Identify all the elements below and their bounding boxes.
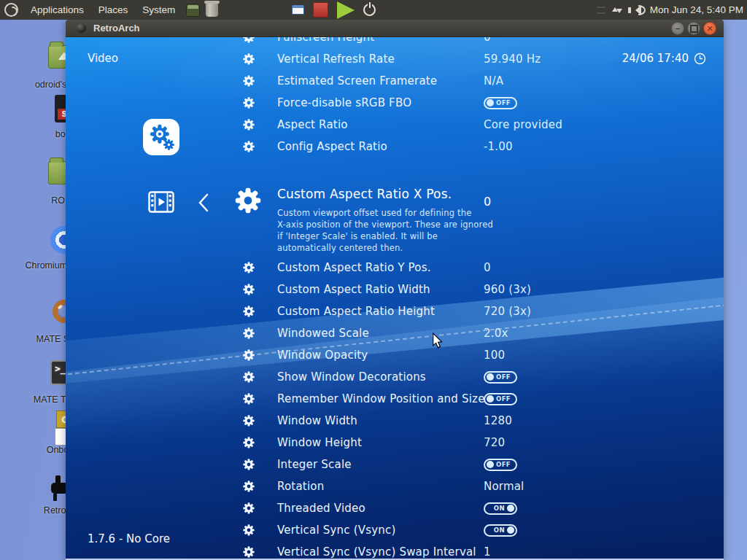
setting-label: Remember Window Position and Size xyxy=(277,392,485,405)
window-menu-icon[interactable] xyxy=(77,23,86,33)
setting-value: 0 xyxy=(484,37,491,44)
toggle-state-label: OFF xyxy=(496,100,511,106)
settings-row[interactable]: Rotation Normal xyxy=(66,475,724,497)
record-button-icon[interactable] xyxy=(313,2,328,18)
setting-label: Window Opacity xyxy=(277,349,368,362)
window-title: RetroArch xyxy=(93,23,140,34)
settings-list-bottom: Custom Aspect Ratio Y Pos. 0 Custom Aspe… xyxy=(66,257,724,559)
gear-icon xyxy=(243,119,255,131)
selected-setting-row[interactable]: Custom Aspect Ratio X Pos. 0 Custom view… xyxy=(66,183,724,263)
power-icon[interactable] xyxy=(363,4,376,16)
settings-row[interactable]: Window Width 1280 xyxy=(66,410,724,432)
setting-value: 1280 xyxy=(484,414,512,427)
settings-row[interactable]: Fullscreen Height 0 xyxy=(66,37,724,48)
setting-value: 960 (3x) xyxy=(484,283,531,296)
toggle-switch[interactable]: OFF xyxy=(484,393,517,405)
panel-clock[interactable]: Mon Jun 24, 5:40 PM xyxy=(650,4,743,15)
gear-icon xyxy=(243,481,255,492)
settings-row[interactable]: Window Height 720 xyxy=(66,432,724,454)
toggle-state-label: OFF xyxy=(496,374,511,381)
settings-row[interactable]: Show Window Decorations OFF xyxy=(66,366,724,388)
settings-row[interactable]: Custom Aspect Ratio Width 960 (3x) xyxy=(66,279,724,300)
toggle-knob xyxy=(507,505,514,512)
selected-setting-description: Custom viewport offset used for defining… xyxy=(277,207,493,254)
settings-row[interactable]: Threaded Video ON xyxy=(66,497,724,519)
settings-row[interactable]: Custom Aspect Ratio Y Pos. 0 xyxy=(66,257,724,279)
mouse-cursor xyxy=(432,332,443,349)
setting-label: Custom Aspect Ratio Width xyxy=(277,283,430,296)
toggle-state-label: OFF xyxy=(496,462,511,468)
play-button-icon[interactable] xyxy=(337,1,355,19)
gear-icon xyxy=(243,284,255,295)
gear-icon xyxy=(243,53,255,65)
retroarch-window: RetroArch – ✕ Video 24/06 17:40 xyxy=(66,20,724,560)
settings-row[interactable]: Window Opacity 100 xyxy=(66,344,724,366)
menu-places[interactable]: Places xyxy=(92,2,135,18)
settings-row[interactable]: Estimated Screen Framerate N/A xyxy=(66,70,724,92)
toggle-switch[interactable]: OFF xyxy=(484,97,517,109)
toggle-switch[interactable]: OFF xyxy=(484,459,517,471)
settings-row[interactable]: Integer Scale OFF xyxy=(66,454,724,475)
settings-row[interactable]: Vertical Refresh Rate 59.940 Hz xyxy=(66,48,724,70)
volume-icon[interactable] xyxy=(628,4,643,16)
setting-label: Window Width xyxy=(277,414,357,427)
toggle-state-label: OFF xyxy=(496,396,511,402)
gear-icon xyxy=(243,349,255,361)
gear-icon xyxy=(243,141,255,152)
version-label: 1.7.6 - No Core xyxy=(88,532,170,545)
retroarch-menu: Video 24/06 17:40 xyxy=(66,37,724,559)
setting-value: -1.00 xyxy=(484,140,513,153)
settings-row[interactable]: Config Aspect Ratio -1.00 xyxy=(66,136,724,158)
settings-row[interactable]: Windowed Scale 2.0x xyxy=(66,322,724,344)
terminal-launcher-icon[interactable] xyxy=(186,4,200,17)
mate-menu-logo-icon[interactable] xyxy=(4,3,18,17)
setting-label: Vertical Sync (Vsync) Swap Interval xyxy=(277,545,476,559)
maximize-button[interactable] xyxy=(687,22,700,35)
minimize-button[interactable]: – xyxy=(671,22,684,35)
window-list-icon[interactable] xyxy=(292,5,304,15)
setting-value: 720 (3x) xyxy=(484,305,531,318)
gear-icon xyxy=(243,437,255,448)
toggle-state-label: ON xyxy=(494,505,505,512)
network-icon[interactable] xyxy=(611,4,623,16)
titlebar[interactable]: RetroArch – ✕ xyxy=(66,20,724,37)
toggle-switch[interactable]: ON xyxy=(484,502,517,515)
toggle-knob xyxy=(487,461,494,468)
setting-label: Threaded Video xyxy=(277,502,365,515)
setting-value: 720 xyxy=(484,436,505,449)
setting-label: Estimated Screen Framerate xyxy=(277,74,437,88)
trash-icon[interactable] xyxy=(206,3,218,17)
settings-row[interactable]: Force-disable sRGB FBO OFF xyxy=(66,92,724,114)
gear-icon xyxy=(243,37,255,43)
gear-icon xyxy=(243,415,255,427)
indicator-icon[interactable] xyxy=(597,7,605,14)
gear-icon xyxy=(243,306,255,317)
toggle-switch[interactable]: ON xyxy=(484,524,517,537)
toggle-knob xyxy=(487,395,494,402)
setting-value: 100 xyxy=(484,349,505,362)
gear-icon xyxy=(243,371,255,383)
volume-waves-icon xyxy=(638,5,646,15)
setting-label: Force-disable sRGB FBO xyxy=(277,96,411,109)
top-panel: Applications Places System Mon Jun 24, 5… xyxy=(0,0,747,20)
selected-setting-label: Custom Aspect Ratio X Pos. xyxy=(277,187,452,201)
setting-value: 0 xyxy=(484,261,491,274)
menu-applications[interactable]: Applications xyxy=(24,2,90,18)
setting-label: Rotation xyxy=(277,480,324,493)
toggle-switch[interactable]: OFF xyxy=(484,371,517,384)
setting-value: OFF xyxy=(484,371,517,384)
setting-value: OFF xyxy=(484,459,517,471)
setting-label: Aspect Ratio xyxy=(277,118,348,131)
menu-system[interactable]: System xyxy=(136,2,182,18)
setting-value: 2.0x xyxy=(484,327,508,340)
setting-value: Core provided xyxy=(484,118,562,131)
setting-value: 1 xyxy=(484,545,491,559)
setting-value: OFF xyxy=(484,97,517,109)
setting-label: Config Aspect Ratio xyxy=(277,140,387,153)
setting-label: Custom Aspect Ratio Height xyxy=(277,305,435,318)
settings-row[interactable]: Remember Window Position and Size OFF xyxy=(66,388,724,410)
settings-row[interactable]: Custom Aspect Ratio Height 720 (3x) xyxy=(66,300,724,322)
toggle-knob xyxy=(507,526,514,534)
settings-row[interactable]: Aspect Ratio Core provided xyxy=(66,114,724,136)
close-button[interactable]: ✕ xyxy=(703,22,716,35)
